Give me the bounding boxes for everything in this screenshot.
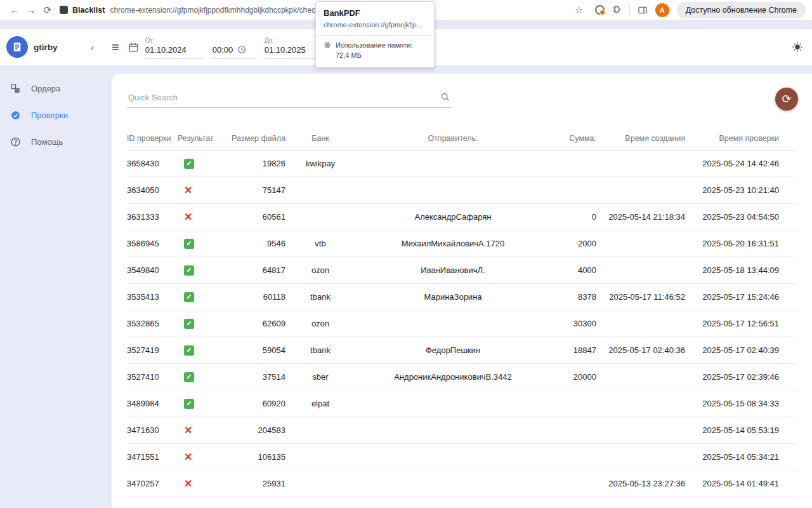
- menu-icon[interactable]: ≡: [112, 41, 119, 53]
- profile-avatar[interactable]: A: [655, 3, 669, 17]
- table-row[interactable]: 3658430✓19826kwikpay2025-05-24 14:42:46: [127, 150, 797, 177]
- cell-created: 2025-05-17 02:40:36: [596, 345, 685, 355]
- cell-checked: 2025-05-14 01:49:41: [685, 479, 779, 488]
- cell-sum: 0: [551, 212, 596, 222]
- cell-checked: 2025-05-17 02:39:46: [685, 372, 779, 382]
- checks-icon: [10, 110, 21, 121]
- cell-id: 3631333: [127, 212, 178, 222]
- cell-id: 3634050: [127, 185, 178, 195]
- date-from-field[interactable]: От: 01.10.2024: [144, 36, 204, 58]
- reload-icon[interactable]: ⟳: [39, 4, 56, 16]
- cell-bank: tbank: [285, 345, 355, 355]
- cell-id: 3527419: [127, 345, 178, 355]
- cell-checked: 2025-05-17 15:24:46: [685, 292, 779, 302]
- extensions-puzzle-icon[interactable]: [612, 5, 622, 15]
- sidebar-item-help[interactable]: Помощь: [0, 128, 102, 155]
- date-to-field[interactable]: До: 01.10.2025: [263, 36, 323, 58]
- cell-bank: kwikpay: [285, 159, 355, 168]
- cell-id: 3532865: [127, 319, 178, 328]
- chrome-update-button[interactable]: Доступно обновление Chrome: [677, 2, 806, 18]
- cell-sum: 8378: [551, 292, 596, 302]
- table-row[interactable]: 3634050✕751472025-05-23 10:21:40: [127, 177, 797, 204]
- check-pass-icon: ✓: [184, 319, 194, 329]
- table-row[interactable]: 3470257✕259312025-05-13 23:27:362025-05-…: [127, 471, 797, 497]
- cell-checked: 2025-05-14 05:34:21: [685, 452, 779, 462]
- column-header-7: Время проверки: [685, 134, 779, 143]
- sidebar-item-label: Ордера: [31, 84, 60, 93]
- forward-icon[interactable]: →: [23, 4, 39, 15]
- cell-result: ✕: [178, 452, 222, 462]
- table-row[interactable]: 3535413✓60118tbankМаринаЗорина83782025-0…: [127, 284, 797, 311]
- check-pass-icon: ✓: [184, 265, 194, 276]
- table-row[interactable]: 3532865✓62609ozon303002025-05-17 12:56:5…: [127, 311, 797, 337]
- cell-sender: ИванИвановичЛ.: [355, 265, 551, 275]
- cell-result: ✕: [178, 212, 222, 222]
- cell-size: 106135: [222, 452, 285, 462]
- search-input[interactable]: [127, 89, 452, 108]
- column-header-6: Время создания: [596, 134, 685, 143]
- page-url: chrome-extension://gfpmojkfjppndfkmhhdgb…: [110, 6, 323, 15]
- cell-sum: 18847: [551, 345, 596, 355]
- check-pass-icon: ✓: [184, 159, 194, 169]
- back-icon[interactable]: ←: [6, 4, 23, 15]
- check-fail-icon: ✕: [184, 451, 192, 462]
- divider: [629, 5, 630, 15]
- table-row[interactable]: 3631333✕60561АлександрСафарян02025-05-14…: [127, 204, 797, 231]
- app-logo-icon: [6, 36, 28, 58]
- cell-size: 60561: [222, 212, 285, 222]
- cell-sum: 30300: [551, 319, 596, 328]
- check-fail-icon: ✕: [184, 211, 192, 222]
- cell-sender: МихаилМихайловичА.1720: [355, 239, 551, 248]
- table-header: ID проверкиРезультатРазмер файлаБанкОтпр…: [127, 127, 797, 150]
- cell-checked: 2025-05-15 08:34:33: [685, 399, 779, 408]
- date-to-value: 01.10.2025: [265, 45, 319, 55]
- theme-toggle-icon[interactable]: [792, 41, 803, 53]
- cell-size: 64817: [222, 265, 285, 275]
- sidebar-item-orders[interactable]: Ордера: [0, 75, 102, 102]
- table-row[interactable]: 3471551✕1061352025-05-14 05:34:21: [127, 444, 797, 471]
- cell-result: ✓: [178, 265, 222, 276]
- cell-size: 59054: [222, 345, 285, 355]
- cell-checked: 2025-05-17 02:40:39: [685, 345, 779, 355]
- cell-result: ✓: [178, 291, 222, 302]
- table-row[interactable]: 3527410✓37514sberАндроникАндрониковичВ.3…: [127, 364, 797, 391]
- cell-size: 9546: [222, 239, 285, 248]
- divider: [316, 35, 434, 36]
- table-row[interactable]: 3489984✓60920elpat2025-05-15 08:34:33: [127, 391, 797, 417]
- extension-badge-icon[interactable]: [595, 5, 605, 15]
- clock-icon: [237, 45, 246, 54]
- orders-icon: [10, 83, 21, 94]
- sidebar-item-checks[interactable]: Проверки: [0, 102, 102, 128]
- table-row[interactable]: 3471630✕2045832025-05-14 05:53:19: [127, 417, 797, 444]
- table-row[interactable]: 3527419✓59054tbankФедорПешкин188472025-0…: [127, 337, 797, 364]
- sidebar-collapse-icon[interactable]: ‹: [91, 42, 94, 53]
- cell-result: ✓: [178, 398, 222, 409]
- cell-result: ✕: [178, 185, 222, 196]
- cell-checked: 2025-05-17 12:56:51: [685, 319, 779, 328]
- time-from-field[interactable]: 00:00: [211, 36, 256, 58]
- cell-size: 37514: [222, 372, 285, 382]
- tooltip-url: chrome-extension://gfpmojkfjp...: [324, 21, 426, 29]
- cell-size: 19826: [222, 159, 285, 168]
- refresh-button[interactable]: ⟳: [775, 88, 798, 110]
- side-panel-icon[interactable]: [638, 5, 648, 15]
- cell-sender: МаринаЗорина: [355, 292, 551, 302]
- cell-size: 25931: [222, 479, 285, 488]
- calendar-icon[interactable]: [128, 42, 139, 53]
- column-header-2: Размер файла: [222, 134, 285, 143]
- cell-size: 204583: [222, 425, 285, 435]
- table-row[interactable]: 3586945✓9546vtbМихаилМихайловичА.1720200…: [127, 231, 797, 257]
- memory-chip-icon: [324, 41, 331, 61]
- app-root: gtirby ‹ ≡ От: 01.10.2024 00:00 До: 01.1…: [0, 20, 812, 508]
- cell-sender: АлександрСафарян: [355, 212, 551, 222]
- cell-bank: elpat: [285, 399, 355, 408]
- time-from-value: 00:00: [213, 45, 233, 55]
- bookmark-star-icon[interactable]: ☆: [571, 4, 587, 16]
- cell-created: 2025-05-13 23:27:36: [596, 479, 685, 488]
- cell-bank: sber: [285, 372, 355, 382]
- cell-size: 75147: [222, 185, 285, 195]
- cell-id: 3658430: [127, 159, 178, 168]
- username: gtirby: [34, 43, 58, 52]
- table-row[interactable]: 3549840✓64817ozonИванИвановичЛ.40002025-…: [127, 257, 797, 284]
- check-fail-icon: ✕: [184, 425, 192, 436]
